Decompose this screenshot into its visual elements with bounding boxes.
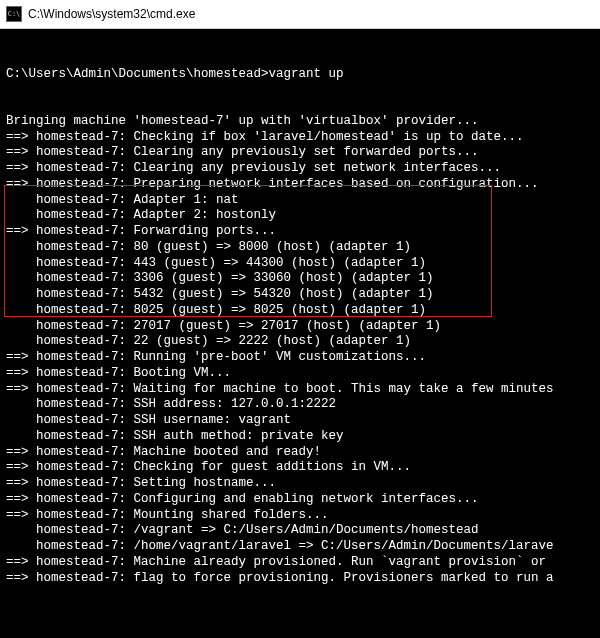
output-line: ==> homestead-7: Preparing network inter… xyxy=(6,177,600,193)
output-line: homestead-7: Adapter 2: hostonly xyxy=(6,208,600,224)
blank-line xyxy=(6,618,600,634)
output-line: homestead-7: /home/vagrant/laravel => C:… xyxy=(6,539,600,555)
output-line: ==> homestead-7: Booting VM... xyxy=(6,366,600,382)
output-line: ==> homestead-7: Clearing any previously… xyxy=(6,145,600,161)
output-line: ==> homestead-7: Waiting for machine to … xyxy=(6,382,600,398)
output-line: ==> homestead-7: flag to force provision… xyxy=(6,571,600,587)
output-line: homestead-7: /vagrant => C:/Users/Admin/… xyxy=(6,523,600,539)
output-line: homestead-7: 80 (guest) => 8000 (host) (… xyxy=(6,240,600,256)
output-line: ==> homestead-7: Configuring and enablin… xyxy=(6,492,600,508)
output-line: ==> homestead-7: Machine already provisi… xyxy=(6,555,600,571)
output-line: ==> homestead-7: Checking if box 'larave… xyxy=(6,130,600,146)
output-line: ==> homestead-7: Mounting shared folders… xyxy=(6,508,600,524)
output-line: Bringing machine 'homestead-7' up with '… xyxy=(6,114,600,130)
window-title: C:\Windows\system32\cmd.exe xyxy=(28,7,195,21)
prompt-line: C:\Users\Admin\Documents\homestead>vagra… xyxy=(6,67,600,83)
output-line: homestead-7: 3306 (guest) => 33060 (host… xyxy=(6,271,600,287)
output-line: homestead-7: Adapter 1: nat xyxy=(6,193,600,209)
output-line: homestead-7: 5432 (guest) => 54320 (host… xyxy=(6,287,600,303)
output-line: ==> homestead-7: Checking for guest addi… xyxy=(6,460,600,476)
terminal-output[interactable]: C:\Users\Admin\Documents\homestead>vagra… xyxy=(0,29,600,638)
output-line: ==> homestead-7: Setting hostname... xyxy=(6,476,600,492)
output-line: homestead-7: SSH username: vagrant xyxy=(6,413,600,429)
titlebar[interactable]: C:\ C:\Windows\system32\cmd.exe xyxy=(0,0,600,29)
cmd-window: C:\ C:\Windows\system32\cmd.exe C:\Users… xyxy=(0,0,600,638)
output-line: homestead-7: 443 (guest) => 44300 (host)… xyxy=(6,256,600,272)
output-line: homestead-7: SSH auth method: private ke… xyxy=(6,429,600,445)
output-line: ==> homestead-7: Forwarding ports... xyxy=(6,224,600,240)
output-line: ==> homestead-7: Running 'pre-boot' VM c… xyxy=(6,350,600,366)
output-line: ==> homestead-7: Machine booted and read… xyxy=(6,445,600,461)
cmd-icon: C:\ xyxy=(6,6,22,22)
output-line: ==> homestead-7: Clearing any previously… xyxy=(6,161,600,177)
output-line: homestead-7: 8025 (guest) => 8025 (host)… xyxy=(6,303,600,319)
output-line: homestead-7: SSH address: 127.0.0.1:2222 xyxy=(6,397,600,413)
output-line: homestead-7: 27017 (guest) => 27017 (hos… xyxy=(6,319,600,335)
output-line: homestead-7: 22 (guest) => 2222 (host) (… xyxy=(6,334,600,350)
